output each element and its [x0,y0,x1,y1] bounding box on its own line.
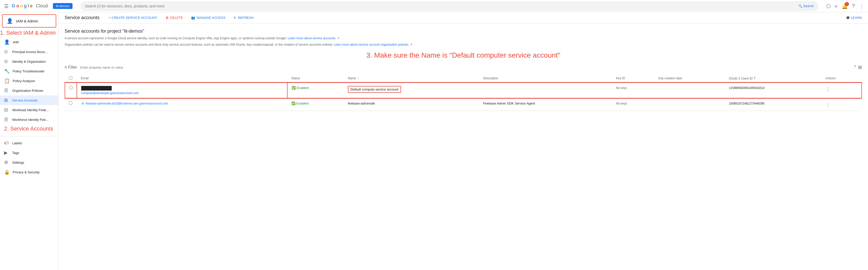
row2-checkbox[interactable] [69,102,72,105]
sidebar-item-workload-identity[interactable]: ⊟ Workload Identity Fede... [0,105,58,115]
row1-key-creation-cell [654,83,725,98]
row1-actions-button[interactable]: ⋮ [826,86,831,92]
sidebar-item-label: Workforce Identity Fed... [12,118,48,122]
manage-access-icon: 👥 [191,16,195,20]
identity-icon: ⊙ [4,59,9,64]
delete-button[interactable]: 🗑 DELETE [162,14,186,21]
sidebar-section-main: 👤 IAM ⊙ Principal Access Boun... ⊙ Ident… [0,37,58,125]
learn-button[interactable]: 🎓 LEARN [846,16,862,20]
search-bar: 🔍 Search [81,2,818,11]
row2-status-cell: ✅ Enabled [287,98,344,111]
star-icon[interactable]: ⬡ [826,3,831,9]
step1-annotation: 1. Select IAM & Admin [0,30,58,36]
settings-icon: ⚙ [4,160,9,165]
filter-icon: ≡ Filter [65,65,77,70]
iam-icon: 👤 [4,39,10,45]
row1-description-cell [479,83,612,98]
select-all-checkbox[interactable] [69,76,72,80]
sidebar-item-workforce-identity[interactable]: ☰ Workforce Identity Fed... [0,115,58,125]
row1-oauth2-cell: 115866582981045918214 [725,83,822,98]
name-column-header[interactable]: Name ↑ [344,74,479,83]
sidebar-item-label: IAM [13,40,19,44]
row1-key-id-cell: No keys [612,83,654,98]
toolbar-right: 🎓 LEARN [846,16,862,20]
sidebar-item-settings[interactable]: ⚙ Settings [0,158,58,167]
sidebar-item-label: Privacy & Security [13,170,39,174]
delete-icon: 🗑 [165,16,169,20]
key-creation-column-header: Key creation date [654,74,725,83]
project-selector[interactable]: lit-demos [53,3,72,9]
search-button[interactable]: 🔍 Search [798,4,814,8]
service-accounts-table: Email Status Name ↑ Description [65,74,862,111]
sidebar-item-label: Policy Analyzer [13,79,35,83]
table-row: 📧 firebase-adminsdk-jvt2t@lit-demos.iam.… [65,98,862,111]
sidebar-item-labels[interactable]: 🏷 Labels [0,138,58,148]
filter-help-icon[interactable]: ? [854,64,856,70]
step2-annotation: 2. Service Accounts [0,125,58,134]
row2-actions-button[interactable]: ⋮ [826,102,831,107]
privacy-icon: 🔒 [4,169,10,175]
learn-more-org-policies-link[interactable]: Learn more about service account organiz… [334,43,412,46]
filter-bar-right: ? ⊞ [854,64,862,70]
sidebar-item-label: Tags [12,151,19,155]
sidebar-header[interactable]: 👤 IAM & Admin [2,14,56,28]
more-options-icon[interactable]: ⋮ [859,3,864,9]
sidebar-item-label: Principal Access Boun... [12,50,48,54]
sidebar-item-identity-org[interactable]: ⊙ Identity & Organization [0,57,58,66]
sidebar-divider [0,136,58,136]
cloud-shell-icon[interactable]: » [835,3,837,9]
row1-status: ✅ Enabled [291,86,340,90]
service-accounts-icon: ⊞ [4,98,9,103]
desc2: Organization policies can be used to sec… [65,42,862,47]
row2-key-id-cell: No keys [612,98,654,111]
sidebar-item-principal-access[interactable]: ⊙ Principal Access Boun... [0,47,58,57]
oauth2-help-icon[interactable]: ? [753,76,755,80]
row2-email-cell: 📧 firebase-adminsdk-jvt2t@lit-demos.iam.… [77,98,287,111]
row1-email-link[interactable]: compute@developer.gserviceaccount.com [81,91,139,95]
row2-status: ✅ Enabled [291,102,340,105]
sidebar-item-label: Policy Troubleshooter [13,69,44,73]
manage-access-button[interactable]: 👥 MANAGE ACCESS [188,14,228,21]
row1-status-cell: ✅ Enabled [287,83,344,98]
notifications-icon[interactable]: 🔔 1 [841,3,848,9]
sidebar-item-label: Service Accounts [12,99,38,102]
sidebar-item-iam[interactable]: 👤 IAM [0,37,58,47]
sidebar-item-tags[interactable]: ▶ Tags [0,148,58,158]
sidebar-section-bottom: 🏷 Labels ▶ Tags ⚙ Settings 🔒 Privacy & S… [0,138,58,177]
sidebar-item-service-accounts[interactable]: ⊞ Service Accounts [0,96,58,105]
email-column-header: Email [77,74,287,83]
oauth2-column-header: OAuth 2 Client ID ? [725,74,822,83]
workload-icon: ⊟ [4,107,9,113]
refresh-button[interactable]: ↻ REFRESH [230,14,257,21]
toolbar: Service accounts + CREATE SERVICE ACCOUN… [59,12,868,23]
row2-email-link[interactable]: firebase-adminsdk-jvt2t@lit-demos.iam.gs… [86,102,168,105]
desc1: A service account represents a Google Cl… [65,36,862,41]
content-area: Service accounts for project "lit-demos"… [59,23,868,116]
sidebar-item-policy-analyzer[interactable]: 📋 Policy Analyzer [0,76,58,86]
sidebar-item-org-policies[interactable]: ☰ Organization Policies [0,86,58,96]
row2-name-cell: firebase-adminsdk [344,98,479,111]
row1-email-cell: compute@developer.gserviceaccount.com [77,83,287,98]
learn-more-service-accounts-link[interactable]: Learn more about service accounts. ↗ [287,36,339,40]
help-icon[interactable]: ? [852,3,855,9]
row2-actions-cell: ⋮ [822,98,862,111]
topbar-left: ☰ Google Cloud lit-demos [4,3,72,9]
sidebar-item-privacy-security[interactable]: 🔒 Privacy & Security [0,167,58,177]
iam-header-icon: 👤 [7,18,13,24]
column-options-icon[interactable]: ⊞ [858,64,862,70]
row1-actions-cell: ⋮ [822,83,862,98]
sidebar-item-label: Labels [12,141,22,145]
table-row: compute@developer.gserviceaccount.com ✅ … [65,83,862,98]
status-column-header: Status [287,74,344,83]
analyzer-icon: 📋 [4,78,10,84]
filter-input[interactable] [80,65,851,69]
sort-icon: ↑ [357,77,359,80]
sidebar-item-policy-troubleshooter[interactable]: 🔧 Policy Troubleshooter [0,66,58,76]
row1-name-cell: Default compute service account [344,83,479,98]
create-service-account-button[interactable]: + CREATE SERVICE ACCOUNT [105,14,160,21]
row1-checkbox[interactable] [69,86,72,89]
refresh-icon: ↻ [234,16,237,20]
search-input[interactable] [85,4,798,8]
hamburger-icon[interactable]: ☰ [4,3,9,9]
filter-bar: ≡ Filter ? ⊞ [65,62,862,72]
